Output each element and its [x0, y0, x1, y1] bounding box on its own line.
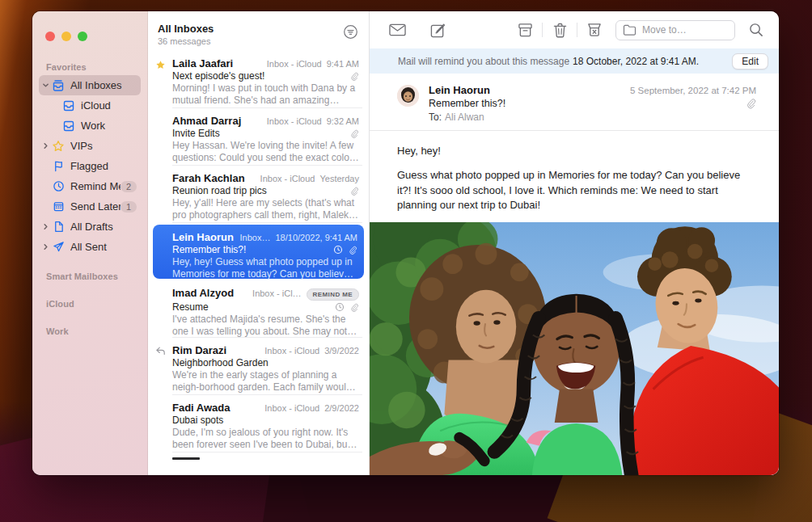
inbox-stack-icon	[51, 79, 66, 92]
search-icon[interactable]	[745, 19, 768, 41]
reminder-text: Mail will remind you about this message	[398, 56, 569, 67]
paperclip-icon	[348, 245, 357, 255]
message-subject: Invite Edits	[172, 128, 349, 139]
sidebar-item-label: VIPs	[70, 140, 137, 152]
paper-plane-icon	[51, 241, 66, 253]
document-icon	[51, 221, 66, 233]
sidebar-item-flagged[interactable]: Flagged	[39, 156, 141, 176]
get-mail-icon[interactable]	[386, 19, 408, 41]
mail-window: Favorites All Inboxes iCloud Work	[32, 11, 779, 475]
sidebar-item-send-later[interactable]: Send Later 1	[39, 196, 141, 217]
paperclip-icon	[349, 186, 359, 196]
filter-icon[interactable]	[343, 24, 358, 40]
favorites-section-label: Favorites	[39, 59, 141, 75]
message-preview: Hey, y'all! Here are my selects (that's …	[172, 197, 359, 222]
mailbox-label: Inbox - iCl…	[252, 288, 302, 298]
message-subject: Neighborhood Garden	[172, 357, 359, 368]
message-row[interactable]: Laila Jaafari Inbox - iCloud 9:41 AM Nex…	[148, 51, 369, 108]
message-subject: Next episode's guest!	[172, 70, 349, 82]
sidebar-item-work-inbox[interactable]: Work	[39, 116, 141, 136]
message-time: 18/10/2022, 9:41 AM	[275, 233, 357, 242]
remind-me-badge: REMIND ME	[307, 288, 359, 301]
sender-name: Farah Kachlan	[172, 172, 256, 184]
compose-icon[interactable]	[426, 19, 449, 41]
message-time: 9:32 AM	[327, 116, 359, 126]
close-button[interactable]	[45, 32, 55, 41]
sender-name: Laila Jaafari	[172, 57, 262, 69]
paperclip-icon	[349, 128, 359, 139]
chevron-down-icon[interactable]	[40, 82, 51, 89]
message-row[interactable]: Ahmad Darraj Inbox - iCloud 9:32 AM Invi…	[148, 108, 369, 166]
sidebar-item-all-inboxes[interactable]: All Inboxes	[39, 75, 141, 95]
sidebar-item-label: Work	[81, 120, 137, 132]
message-row[interactable]: Imad Alzyod Inbox - iCl… REMIND ME Resum…	[148, 280, 369, 338]
sidebar-item-icloud-inbox[interactable]: iCloud	[39, 95, 141, 116]
trash-icon[interactable]	[548, 19, 571, 41]
move-to-dropdown[interactable]: Move to…	[615, 20, 735, 40]
message-subject: Dubai spots	[172, 415, 359, 426]
chevron-right-icon[interactable]	[40, 142, 51, 149]
flag-icon	[51, 160, 66, 172]
message-preview: Hey Hassan. We're loving the invite! A f…	[172, 140, 359, 165]
message-row[interactable]: Rim Darazi Inbox - iCloud 3/9/2022 Neigh…	[148, 338, 369, 395]
minimize-button[interactable]	[61, 32, 71, 41]
sidebar-item-label: All Inboxes	[70, 79, 137, 91]
junk-icon[interactable]	[583, 19, 606, 41]
icloud-section-label[interactable]: iCloud	[39, 296, 141, 312]
count-badge: 1	[121, 201, 137, 213]
message-count: 36 messages	[158, 36, 357, 46]
smart-mailboxes-section-label: Smart Mailboxes	[39, 268, 141, 284]
zoom-button[interactable]	[78, 32, 87, 41]
sender-avatar[interactable]	[397, 85, 419, 107]
message-row[interactable]: Fadi Awada Inbox - iCloud 2/9/2022 Dubai…	[148, 395, 369, 453]
sender-name: Rim Darazi	[172, 344, 260, 356]
message-preview: Dude, I'm so jealous of you right now. I…	[172, 427, 359, 452]
message-list-header: All Inboxes 36 messages	[148, 11, 369, 51]
archive-icon[interactable]	[514, 19, 536, 41]
mailbox-label: Inbox - iCloud	[267, 59, 322, 69]
message-subject: Resume	[172, 301, 335, 313]
message-time: Yesterday	[319, 174, 359, 183]
sidebar: Favorites All Inboxes iCloud Work	[32, 11, 148, 475]
folder-icon	[623, 24, 636, 36]
sender-name: Lein Haorun	[172, 231, 235, 243]
message-row-selected[interactable]: Lein Haorun Inbox… 18/10/2022, 9:41 AM R…	[153, 225, 364, 279]
unread-count-badge: 2	[121, 181, 137, 192]
sender-name: Fadi Awada	[172, 402, 260, 414]
work-section-label[interactable]: Work	[39, 323, 141, 339]
sender-name: Imad Alzyod	[172, 287, 247, 299]
reminder-date: 18 October, 2022 at 9:41 AM.	[573, 56, 699, 67]
mailbox-label: Inbox…	[240, 233, 271, 242]
sidebar-item-all-sent[interactable]: All Sent	[39, 237, 141, 257]
sidebar-item-label: Flagged	[70, 160, 137, 172]
message-preview: Hey, hey! Guess what photo popped up in …	[172, 256, 357, 281]
mailbox-title: All Inboxes	[158, 23, 357, 35]
sidebar-item-label: Send Later	[70, 200, 121, 213]
message-list: All Inboxes 36 messages Laila Jaafari In…	[148, 11, 370, 475]
vip-star-icon	[155, 60, 166, 70]
message-time: 3/9/2022	[324, 346, 359, 356]
paperclip-icon	[349, 71, 359, 82]
sidebar-item-all-drafts[interactable]: All Drafts	[39, 217, 141, 237]
body-paragraph: Guess what photo popped up in Memories f…	[397, 168, 753, 213]
message-subject: Remember this?!	[172, 244, 333, 255]
message-row[interactable]: Farah Kachlan Inbox - iCloud Yesterday R…	[148, 166, 369, 223]
attachment-paperclip-icon[interactable]	[630, 98, 756, 109]
partial-next-row	[148, 453, 369, 459]
remind-clock-icon	[335, 302, 345, 312]
mailbox-label: Inbox - iCloud	[264, 346, 319, 356]
edit-reminder-button[interactable]: Edit	[732, 53, 768, 69]
sidebar-item-label: All Drafts	[70, 221, 137, 233]
sidebar-item-remind-me[interactable]: Remind Me 2	[39, 176, 141, 196]
message-preview: I've attached Majida's resume. She's the…	[172, 314, 359, 339]
chevron-right-icon[interactable]	[40, 243, 51, 250]
sidebar-item-label: Remind Me	[70, 180, 121, 192]
sidebar-item-vips[interactable]: VIPs	[39, 136, 141, 156]
mailbox-label: Inbox - iCloud	[264, 403, 319, 413]
photo-attachment[interactable]	[370, 222, 779, 475]
move-to-placeholder: Move to…	[642, 24, 687, 36]
paperclip-icon	[349, 302, 359, 313]
replied-arrow-icon	[155, 347, 166, 356]
chevron-right-icon[interactable]	[40, 223, 51, 230]
message-time: 2/9/2022	[324, 403, 359, 413]
